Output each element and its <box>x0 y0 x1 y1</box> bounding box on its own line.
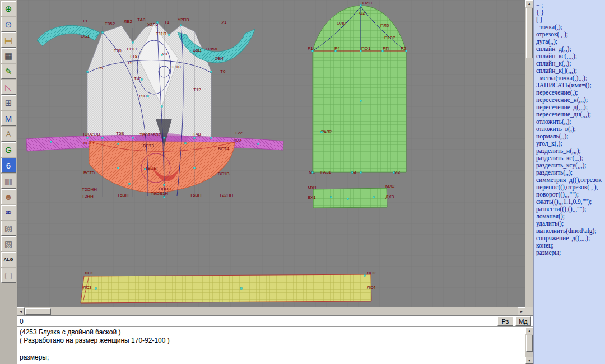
command-item[interactable]: ЗАПИСАТЬ(имя=(); <box>536 82 605 89</box>
pattern-point <box>102 32 104 34</box>
md-button[interactable]: Мд <box>515 316 531 326</box>
command-item[interactable]: = ; <box>536 2 605 9</box>
rz-button[interactable]: Рз <box>497 316 513 326</box>
fabric-button[interactable]: ▨ <box>1 221 16 236</box>
pattern-point <box>95 288 97 290</box>
scroll-up-arrow-icon[interactable]: ▲ <box>525 0 533 7</box>
point-label: Т11П <box>156 31 166 36</box>
point-label: ТО10 <box>170 64 181 69</box>
message-area[interactable]: (4253 Блузка с двойной баской )( Разрабо… <box>17 327 525 364</box>
message-vertical-scrollbar[interactable]: ▲ ▼ <box>525 327 533 364</box>
command-item[interactable]: =метка(точка(,),,,); <box>536 74 605 82</box>
pattern-point <box>118 167 119 169</box>
scroll-track <box>525 352 533 357</box>
point-label: Т8ОВ <box>145 166 157 171</box>
ruler-button[interactable]: ◺ <box>1 80 16 95</box>
point-label: Т2О2ОВ <box>82 132 100 137</box>
horizontal-scroll-thumb[interactable] <box>25 308 51 315</box>
vertical-scroll-thumb[interactable] <box>526 8 533 58</box>
fabric-2-button[interactable]: ▧ <box>1 236 16 251</box>
message-line: размеры; <box>20 353 525 362</box>
point-label: Т5 <box>97 66 103 71</box>
table-button[interactable]: ▥ <box>1 174 16 189</box>
command-item[interactable]: пересечение(,); <box>536 89 605 96</box>
command-item[interactable]: пересечение_д(,,,); <box>536 104 605 111</box>
command-item[interactable]: сопряжение_д((,,,,); <box>536 235 605 242</box>
message-scroll-thumb[interactable] <box>526 335 533 352</box>
point-label: ОБ1 <box>81 34 90 39</box>
baska-band-piece[interactable] <box>81 274 371 303</box>
sleeve-piece[interactable] <box>313 6 406 172</box>
cuff-piece[interactable] <box>313 188 387 208</box>
scroll-right-arrow-icon[interactable]: ► <box>518 307 525 315</box>
letter-g-icon: G <box>5 146 12 154</box>
command-item[interactable]: сплайн_д(,,); <box>536 45 605 53</box>
curves-button[interactable]: 6 <box>1 158 16 173</box>
point-label: П10Р <box>384 35 395 40</box>
measurements-button[interactable]: M <box>1 111 16 126</box>
pattern-point <box>129 183 131 185</box>
command-item[interactable]: развести((),(),,,""); <box>536 206 605 213</box>
drawing-canvas[interactable]: Т1ОБ1Т052ЛВ2ТА8У2Л6Т1У2ПВТ11ПУ1Т50Т11ПТТ… <box>17 0 525 307</box>
fabric-icon: ▨ <box>4 224 12 232</box>
zoom-out-button[interactable]: ⊙ <box>1 17 16 32</box>
view-3d-button[interactable]: 3D <box>1 205 16 220</box>
point-label: РА31 <box>320 170 332 175</box>
alg-button[interactable]: ALG <box>1 252 16 267</box>
command-item[interactable]: симметрия_д((),отрезок <box>536 176 605 184</box>
command-item[interactable]: перенос((),отрезок( , ), <box>536 184 605 191</box>
point-label: Т5ВН <box>117 193 129 198</box>
model-photo-button[interactable]: ☻ <box>1 189 16 204</box>
point-label: ПЛ0 <box>380 23 389 28</box>
command-item[interactable]: размеры; <box>536 249 605 256</box>
zoom-in-button[interactable]: ⊕ <box>1 1 16 16</box>
command-item[interactable]: конец; <box>536 242 605 249</box>
mannequin-button[interactable]: ♙ <box>1 127 16 142</box>
command-item[interactable]: отложить_в(,); <box>536 125 605 133</box>
pattern-point <box>335 50 337 52</box>
sheet-button[interactable]: ▤ <box>1 32 16 48</box>
scroll-left-arrow-icon[interactable]: ◄ <box>17 307 25 315</box>
command-item[interactable]: угол_к(,); <box>536 140 605 147</box>
point-label: ВСТ3 <box>143 143 154 148</box>
canvas-horizontal-scrollbar[interactable]: ◄ ► <box>17 307 525 315</box>
command-item[interactable]: ломаная(); <box>536 213 605 220</box>
graphics-button[interactable]: G <box>1 142 16 157</box>
grid-button[interactable]: ▦ <box>1 48 16 63</box>
scroll-down-arrow-icon[interactable]: ▼ <box>525 357 533 364</box>
command-item[interactable]: разделить_кс(,,,); <box>536 155 605 162</box>
command-item[interactable]: сплайн_к(,,); <box>536 60 605 67</box>
pattern-point <box>147 96 149 97</box>
canvas-vertical-scrollbar[interactable]: ▲ ▼ <box>525 0 533 315</box>
command-item[interactable]: отрезок( , ); <box>536 31 605 38</box>
command-item[interactable]: сжать((),,,1.1,0.9,""); <box>536 198 605 206</box>
pattern-point <box>180 25 182 26</box>
point-label: Т2НН <box>82 194 94 199</box>
command-item[interactable]: разделить_ксу(,,,); <box>536 162 605 169</box>
command-item[interactable]: { } <box>536 9 605 16</box>
point-label: У2ПВ <box>178 17 189 22</box>
calculator-button[interactable]: ⊞ <box>1 95 16 110</box>
pattern-point <box>185 143 187 144</box>
command-item[interactable]: разделить(,,); <box>536 169 605 176</box>
status-bar: 0 Рз Мд <box>17 315 533 327</box>
point-label: ЛС1 <box>85 270 94 276</box>
command-item[interactable]: разделить_н(,,,); <box>536 147 605 155</box>
command-item[interactable]: пересечение_н(,,,); <box>536 96 605 104</box>
command-item[interactable]: сплайн_кс(,,,,); <box>536 53 605 60</box>
command-item[interactable]: отложить(,,); <box>536 118 605 125</box>
command-item[interactable]: нормаль(,,); <box>536 133 605 140</box>
blank-sheet-button[interactable]: ▢ <box>1 268 16 283</box>
command-item[interactable]: поворот((),,,""); <box>536 191 605 198</box>
command-item[interactable]: сплайн_к[](,,,); <box>536 67 605 74</box>
command-item[interactable]: выполнить(dmod\alg); <box>536 227 605 235</box>
scroll-up-arrow-icon[interactable]: ▲ <box>525 327 533 334</box>
command-item[interactable]: дуга(,,); <box>536 38 605 45</box>
pattern-point <box>393 172 395 174</box>
command-item[interactable]: удалить(); <box>536 220 605 227</box>
command-item[interactable]: =точка(,); <box>536 24 605 31</box>
command-item[interactable]: пересечение_дн(,,,); <box>536 111 605 118</box>
pencil-button[interactable]: ✎ <box>1 64 16 79</box>
command-item[interactable]: [ ] <box>536 16 605 24</box>
point-label: Т22НН <box>219 193 234 198</box>
